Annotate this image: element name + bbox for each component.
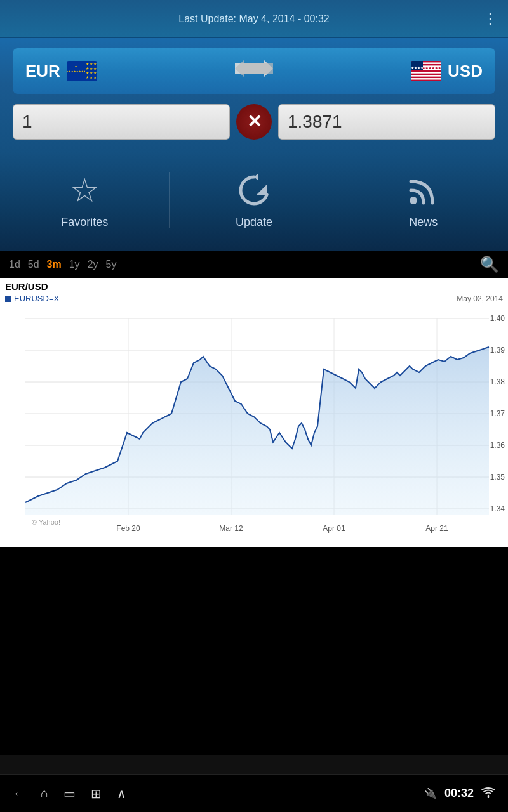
back-button[interactable]: ← — [13, 786, 25, 801]
time-1y-button[interactable]: 1y — [69, 259, 80, 270]
chart-symbol-label: EURUSD=X — [5, 294, 59, 303]
menu-button[interactable]: ⋮ — [483, 11, 498, 27]
time-5y-button[interactable]: 5y — [106, 259, 117, 270]
swap-button[interactable] — [232, 57, 276, 85]
chart-area: 1.40 1.39 1.38 1.37 1.36 1.35 1.34 Feb 2… — [0, 306, 508, 547]
up-button[interactable]: ∧ — [117, 786, 126, 801]
svg-text:★★★★★★★★★★★★: ★★★★★★★★★★★★ — [67, 70, 86, 73]
svg-text:1.40: 1.40 — [490, 314, 505, 323]
chart-search-button[interactable]: 🔍 — [480, 256, 499, 273]
svg-text:Mar 12: Mar 12 — [219, 524, 243, 533]
recent-apps-button[interactable]: ▭ — [64, 786, 76, 801]
from-currency[interactable]: EUR ★★★★★★★★★★★★ — [25, 61, 97, 81]
time-period-buttons: 1d 5d 3m 1y 2y 5y — [9, 259, 116, 270]
chart-title-row: EUR/USD — [0, 278, 508, 294]
status-time: 00:32 — [444, 787, 474, 800]
black-gap — [0, 547, 508, 585]
amount-input[interactable]: 1 — [13, 104, 230, 140]
usd-flag: ★★★★★★★★★★★★★★★★★★★★★★★★★★★★★★★★★★★★★★★★… — [411, 61, 441, 81]
svg-marker-12 — [257, 185, 267, 195]
svg-point-13 — [410, 197, 417, 204]
input-row: 1 ✕ 1.3871 — [13, 94, 495, 152]
converter-section: EUR ★★★★★★★★★★★★ ★★★★★★★★★★★★★★★★★★★★★★★… — [0, 38, 508, 152]
clear-icon: ✕ — [247, 113, 262, 131]
svg-text:1.37: 1.37 — [490, 409, 505, 418]
svg-text:1.36: 1.36 — [490, 441, 505, 450]
actions-row: ☆ Favorites Update — [0, 152, 508, 251]
last-update-label: Last Update: May 4, 2014 - 00:32 — [178, 13, 329, 25]
nav-bar-area — [0, 755, 508, 774]
svg-text:1.38: 1.38 — [490, 377, 505, 386]
news-label: News — [409, 216, 438, 229]
svg-text:Feb 20: Feb 20 — [116, 524, 140, 533]
to-currency-label: USD — [448, 62, 483, 81]
update-label: Update — [236, 216, 272, 229]
chart-symbol-dot — [5, 296, 11, 302]
chart-date-label: May 02, 2014 — [457, 294, 503, 303]
favorites-button[interactable]: ☆ Favorites — [0, 165, 170, 235]
app-header: Last Update: May 4, 2014 - 00:32 ⋮ — [0, 0, 508, 38]
star-icon: ☆ — [65, 171, 104, 209]
to-currency[interactable]: ★★★★★★★★★★★★★★★★★★★★★★★★★★★★★★★★★★★★★★★★… — [411, 61, 483, 81]
chart-controls: 1d 5d 3m 1y 2y 5y 🔍 — [0, 251, 508, 278]
status-right: 🔌 00:32 — [424, 787, 495, 801]
home-button[interactable]: ⌂ — [41, 786, 48, 801]
update-button[interactable]: Update — [170, 165, 339, 235]
time-2y-button[interactable]: 2y — [88, 259, 98, 270]
clear-button[interactable]: ✕ — [236, 104, 272, 140]
svg-text:1.34: 1.34 — [490, 504, 505, 513]
refresh-icon — [235, 171, 273, 209]
navigation-buttons: ← ⌂ ▭ ⊞ ∧ — [13, 786, 126, 801]
svg-text:© Yahoo!: © Yahoo! — [32, 518, 60, 526]
svg-rect-8 — [411, 75, 441, 76]
svg-text:Apr 21: Apr 21 — [425, 524, 448, 533]
time-5d-button[interactable]: 5d — [28, 259, 39, 270]
chart-pair-label: EUR/USD — [5, 281, 48, 292]
result-input[interactable]: 1.3871 — [278, 104, 495, 140]
time-1d-button[interactable]: 1d — [9, 259, 20, 270]
eur-flag: ★★★★★★★★★★★★ — [67, 61, 97, 81]
currency-row: EUR ★★★★★★★★★★★★ ★★★★★★★★★★★★★★★★★★★★★★★… — [13, 48, 495, 94]
svg-text:★★★★★★★★★★★★★★★★★★★★★★★★★★★★★★: ★★★★★★★★★★★★★★★★★★★★★★★★★★★★★★★★★★★★★★★★… — [411, 66, 441, 70]
svg-rect-9 — [411, 78, 441, 79]
usb-icon: 🔌 — [424, 787, 437, 799]
time-3m-button[interactable]: 3m — [47, 259, 62, 270]
svg-text:1.39: 1.39 — [490, 346, 505, 355]
svg-text:Apr 01: Apr 01 — [323, 524, 345, 533]
favorites-label: Favorites — [61, 216, 108, 229]
svg-text:1.35: 1.35 — [490, 473, 505, 481]
news-button[interactable]: News — [338, 165, 508, 235]
chart-symbol-row: EURUSD=X May 02, 2014 — [0, 294, 508, 306]
screenshot-button[interactable]: ⊞ — [91, 786, 102, 801]
wifi-icon — [481, 787, 495, 801]
status-bar: ← ⌂ ▭ ⊞ ∧ 🔌 00:32 — [0, 774, 508, 812]
svg-rect-7 — [411, 72, 441, 73]
from-currency-label: EUR — [25, 62, 60, 81]
rss-icon — [404, 171, 443, 209]
actions-section: ☆ Favorites Update — [0, 152, 508, 251]
